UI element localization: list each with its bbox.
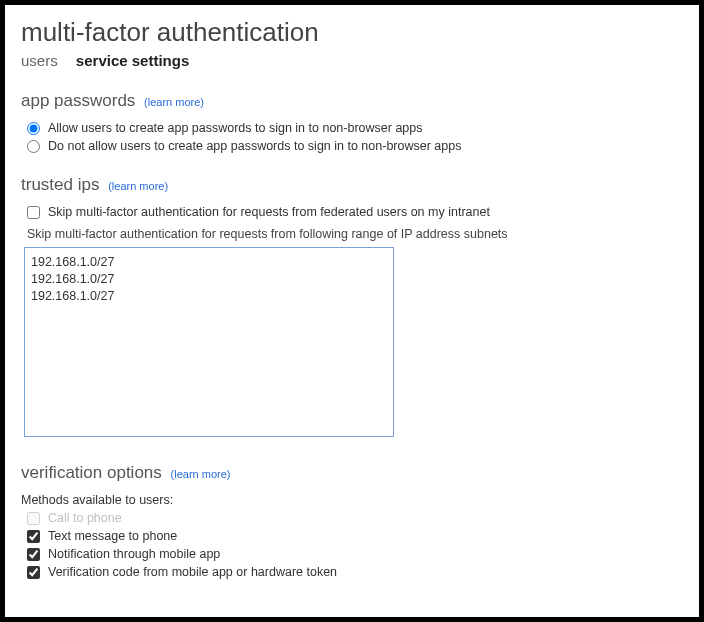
tab-service-settings[interactable]: service settings — [76, 52, 189, 69]
radio-deny-label: Do not allow users to create app passwor… — [48, 139, 461, 153]
learn-more-verification[interactable]: (learn more) — [171, 468, 231, 480]
checkbox-notification-app[interactable]: Notification through mobile app — [27, 547, 683, 561]
heading-trusted-ips: trusted ips (learn more) — [21, 175, 683, 195]
heading-trusted-ips-text: trusted ips — [21, 175, 99, 194]
checkbox-skip-federated[interactable]: Skip multi-factor authentication for req… — [27, 205, 683, 219]
section-app-passwords: app passwords (learn more) Allow users t… — [21, 91, 683, 153]
checkbox-text-message[interactable]: Text message to phone — [27, 529, 683, 543]
tab-users[interactable]: users — [21, 52, 58, 69]
checkbox-call-label: Call to phone — [48, 511, 122, 525]
section-verification-options: verification options (learn more) Method… — [21, 463, 683, 579]
checkbox-notif-input[interactable] — [27, 548, 40, 561]
checkbox-code-input[interactable] — [27, 566, 40, 579]
checkbox-text-label: Text message to phone — [48, 529, 177, 543]
trusted-ips-textarea[interactable] — [24, 247, 394, 437]
radio-allow-label: Allow users to create app passwords to s… — [48, 121, 423, 135]
heading-verification-options: verification options (learn more) — [21, 463, 683, 483]
learn-more-trusted-ips[interactable]: (learn more) — [108, 180, 168, 192]
checkbox-skip-federated-label: Skip multi-factor authentication for req… — [48, 205, 490, 219]
page-title: multi-factor authentication — [21, 17, 683, 48]
heading-verification-options-text: verification options — [21, 463, 162, 482]
heading-app-passwords-text: app passwords — [21, 91, 135, 110]
radio-deny-input[interactable] — [27, 140, 40, 153]
radio-deny-app-passwords[interactable]: Do not allow users to create app passwor… — [27, 139, 683, 153]
checkbox-notif-label: Notification through mobile app — [48, 547, 220, 561]
checkbox-verification-code[interactable]: Verification code from mobile app or har… — [27, 565, 683, 579]
label-skip-range: Skip multi-factor authentication for req… — [27, 227, 683, 241]
tab-bar: users service settings — [21, 52, 683, 69]
checkbox-text-input[interactable] — [27, 530, 40, 543]
checkbox-call-to-phone: Call to phone — [27, 511, 683, 525]
label-methods-available: Methods available to users: — [21, 493, 683, 507]
radio-allow-app-passwords[interactable]: Allow users to create app passwords to s… — [27, 121, 683, 135]
checkbox-call-input — [27, 512, 40, 525]
heading-app-passwords: app passwords (learn more) — [21, 91, 683, 111]
learn-more-app-passwords[interactable]: (learn more) — [144, 96, 204, 108]
radio-allow-input[interactable] — [27, 122, 40, 135]
checkbox-skip-federated-input[interactable] — [27, 206, 40, 219]
section-trusted-ips: trusted ips (learn more) Skip multi-fact… — [21, 175, 683, 441]
checkbox-code-label: Verification code from mobile app or har… — [48, 565, 337, 579]
